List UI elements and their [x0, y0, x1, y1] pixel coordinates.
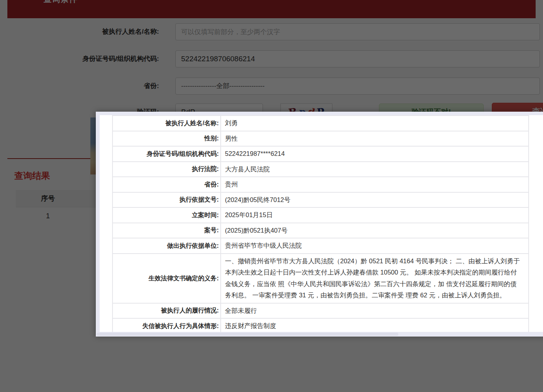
detail-value: 2025年01月15日: [221, 208, 528, 223]
detail-row: 被执行人姓名/名称:刘勇: [113, 116, 528, 131]
scrollbar-thumb[interactable]: [97, 333, 398, 336]
detail-value: 大方县人民法院: [221, 162, 528, 177]
detail-label: 案号:: [113, 223, 221, 238]
detail-value: 一、撤销贵州省毕节市大方县人民法院（2024）黔 0521 民初 4164 号民…: [221, 254, 528, 303]
detail-value: 男性: [221, 131, 528, 146]
detail-value: 全部未履行: [221, 304, 528, 318]
detail-modal-body: 被执行人姓名/名称:刘勇性别:男性身份证号码/组织机构代码:5224221987…: [100, 115, 543, 332]
detail-row: 执行法院:大方县人民法院: [113, 162, 528, 178]
detail-row: 执行依据文号:(2024)黔05民终7012号: [113, 193, 528, 208]
detail-value: 贵州: [221, 177, 528, 192]
detail-row: 失信被执行人行为具体情形:违反财产报告制度: [113, 319, 528, 332]
detail-row: 生效法律文书确定的义务:一、撤销贵州省毕节市大方县人民法院（2024）黔 052…: [113, 254, 528, 304]
detail-label: 被执行人的履行情况:: [113, 304, 221, 318]
modal-table: 被执行人姓名/名称:刘勇性别:男性身份证号码/组织机构代码:5224221987…: [112, 115, 529, 332]
detail-label: 执行法院:: [113, 162, 221, 177]
detail-row: 立案时间:2025年01月15日: [113, 208, 528, 223]
detail-label: 失信被执行人行为具体情形:: [113, 319, 221, 332]
detail-label: 省份:: [113, 177, 221, 192]
detail-label: 身份证号码/组织机构代码:: [113, 147, 221, 161]
detail-value: (2025)黔0521执407号: [221, 223, 528, 238]
detail-label: 立案时间:: [113, 208, 221, 223]
detail-value: 5224221987****6214: [221, 147, 528, 161]
detail-modal: 被执行人姓名/名称:刘勇性别:男性身份证号码/组织机构代码:5224221987…: [96, 112, 543, 337]
detail-row: 性别:男性: [113, 131, 528, 147]
detail-row: 省份:贵州: [113, 177, 528, 193]
detail-value: (2024)黔05民终7012号: [221, 193, 528, 207]
detail-label: 执行依据文号:: [113, 193, 221, 207]
detail-row: 做出执行依据单位:贵州省毕节市中级人民法院: [113, 238, 528, 254]
detail-row: 案号:(2025)黔0521执407号: [113, 223, 528, 239]
detail-row: 被执行人的履行情况:全部未履行: [113, 304, 528, 319]
detail-label: 性别:: [113, 131, 221, 146]
detail-row: 身份证号码/组织机构代码:5224221987****6214: [113, 147, 528, 162]
detail-value: 贵州省毕节市中级人民法院: [221, 238, 528, 253]
detail-value: 刘勇: [221, 116, 528, 131]
modal-horizontal-scrollbar[interactable]: [96, 332, 543, 337]
detail-value: 违反财产报告制度: [221, 319, 528, 332]
detail-label: 做出执行依据单位:: [113, 238, 221, 253]
detail-label: 生效法律文书确定的义务:: [113, 254, 221, 303]
detail-label: 被执行人姓名/名称:: [113, 116, 221, 131]
